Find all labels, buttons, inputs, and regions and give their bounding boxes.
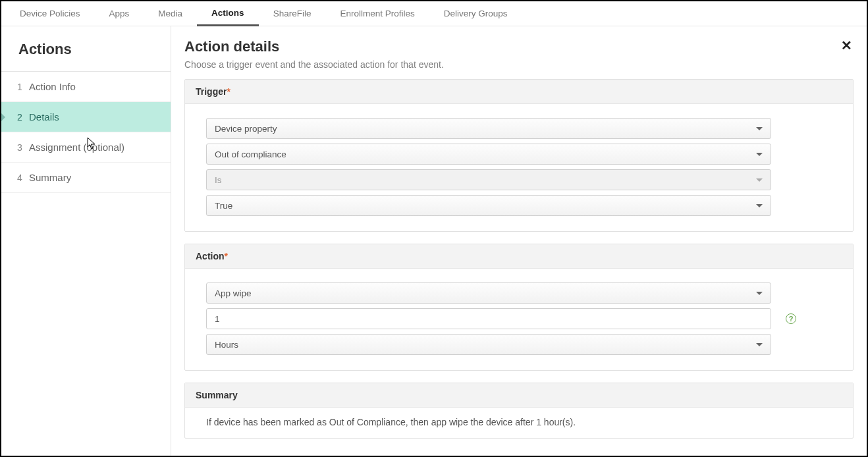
action-body: App wipe Hours <box>185 269 853 370</box>
tab-actions[interactable]: Actions <box>197 1 259 26</box>
summary-body: If device has been marked as Out of Comp… <box>185 408 853 438</box>
tab-media[interactable]: Media <box>144 1 197 26</box>
required-asterisk: * <box>227 86 230 97</box>
trigger-type-select[interactable]: Device property <box>206 118 771 139</box>
trigger-type-value: Device property <box>215 124 277 134</box>
page-title: Action details <box>184 38 279 55</box>
page-subtitle: Choose a trigger event and the associate… <box>184 59 854 70</box>
chevron-down-icon <box>756 343 763 346</box>
action-type-value: App wipe <box>215 288 252 298</box>
chevron-down-icon <box>756 127 763 130</box>
trigger-property-select[interactable]: Out of compliance <box>206 144 771 165</box>
step-label: Action Info <box>29 81 76 92</box>
trigger-operator-select[interactable]: Is <box>206 169 771 190</box>
trigger-panel: Trigger* Device property Out of complian… <box>184 79 854 232</box>
step-assignment[interactable]: 3 Assignment (optional) <box>1 132 171 163</box>
step-number: 4 <box>17 173 29 183</box>
required-asterisk: * <box>225 251 228 261</box>
trigger-property-value: Out of compliance <box>215 149 286 159</box>
chevron-down-icon <box>756 292 763 295</box>
action-delay-unit-select[interactable]: Hours <box>206 334 771 355</box>
tab-sharefile[interactable]: ShareFile <box>259 1 326 26</box>
step-number: 3 <box>17 142 29 153</box>
step-label: Assignment (optional) <box>29 142 124 153</box>
step-number: 2 <box>17 112 29 122</box>
step-summary[interactable]: 4 Summary <box>1 163 171 193</box>
step-label: Summary <box>29 172 71 183</box>
sidebar: Actions 1 Action Info 2 Details 3 Assign… <box>1 26 171 456</box>
trigger-header: Trigger* <box>185 80 853 104</box>
trigger-body: Device property Out of compliance Is Tru… <box>185 104 853 231</box>
summary-text: If device has been marked as Out of Comp… <box>206 417 832 427</box>
step-details[interactable]: 2 Details <box>1 102 171 132</box>
close-button[interactable]: ✕ <box>841 38 852 53</box>
tab-apps[interactable]: Apps <box>95 1 144 26</box>
top-nav: Device Policies Apps Media Actions Share… <box>1 1 867 26</box>
action-delay-unit-value: Hours <box>215 340 238 350</box>
action-heading-text: Action <box>196 251 225 261</box>
chevron-down-icon <box>756 153 763 156</box>
chevron-down-icon <box>756 204 763 207</box>
trigger-operator-value: Is <box>215 175 222 185</box>
trigger-value-select[interactable]: True <box>206 195 771 216</box>
summary-panel: Summary If device has been marked as Out… <box>184 383 854 439</box>
action-type-select[interactable]: App wipe <box>206 282 771 304</box>
tab-delivery-groups[interactable]: Delivery Groups <box>429 1 522 26</box>
action-delay-input[interactable] <box>206 308 771 329</box>
chevron-down-icon <box>756 178 763 182</box>
page-title-row: Action details ✕ <box>184 38 854 55</box>
wizard-steps: 1 Action Info 2 Details 3 Assignment (op… <box>1 72 171 193</box>
summary-header: Summary <box>185 383 853 408</box>
content: Actions 1 Action Info 2 Details 3 Assign… <box>1 26 867 456</box>
tab-enrollment-profiles[interactable]: Enrollment Profiles <box>325 1 429 26</box>
step-number: 1 <box>17 82 29 92</box>
main-area: Action details ✕ Choose a trigger event … <box>171 26 867 456</box>
action-header: Action* <box>185 244 853 269</box>
step-label: Details <box>29 111 59 122</box>
help-icon[interactable] <box>786 313 796 324</box>
action-panel: Action* App wipe Hours <box>184 244 854 371</box>
tab-device-policies[interactable]: Device Policies <box>5 1 95 26</box>
trigger-heading-text: Trigger <box>196 86 227 97</box>
summary-heading-text: Summary <box>196 390 238 400</box>
trigger-value-value: True <box>215 201 232 211</box>
sidebar-title: Actions <box>1 26 171 72</box>
step-action-info[interactable]: 1 Action Info <box>1 72 171 102</box>
